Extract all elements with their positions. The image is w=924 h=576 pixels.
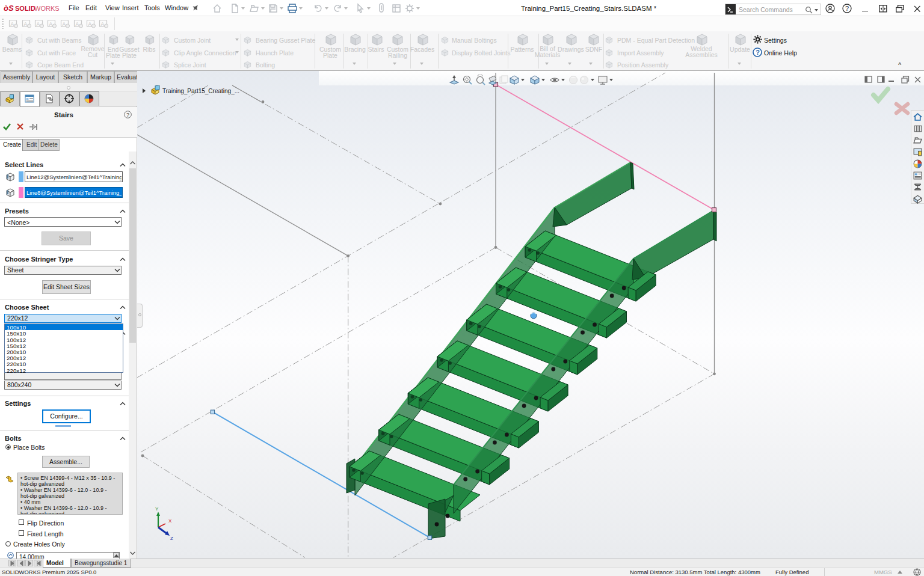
- svg-text:òS: òS: [4, 4, 14, 13]
- svg-text:Z: Z: [170, 536, 173, 541]
- svg-text:Y: Y: [155, 506, 159, 512]
- svg-text:SOLID: SOLID: [15, 5, 35, 12]
- svg-text:A: A: [63, 21, 66, 27]
- svg-text:A: A: [37, 21, 40, 27]
- svg-text:A: A: [49, 21, 53, 27]
- svg-text:A: A: [11, 21, 14, 27]
- svg-text:WORKS: WORKS: [34, 5, 60, 12]
- svg-text:?: ?: [126, 112, 129, 118]
- svg-text:A: A: [88, 21, 92, 27]
- svg-text:?: ?: [756, 49, 760, 56]
- svg-text:X: X: [168, 518, 172, 524]
- svg-text:A: A: [76, 21, 79, 27]
- svg-text:A: A: [24, 21, 28, 27]
- svg-text:A: A: [101, 21, 105, 27]
- svg-text:?: ?: [845, 5, 849, 12]
